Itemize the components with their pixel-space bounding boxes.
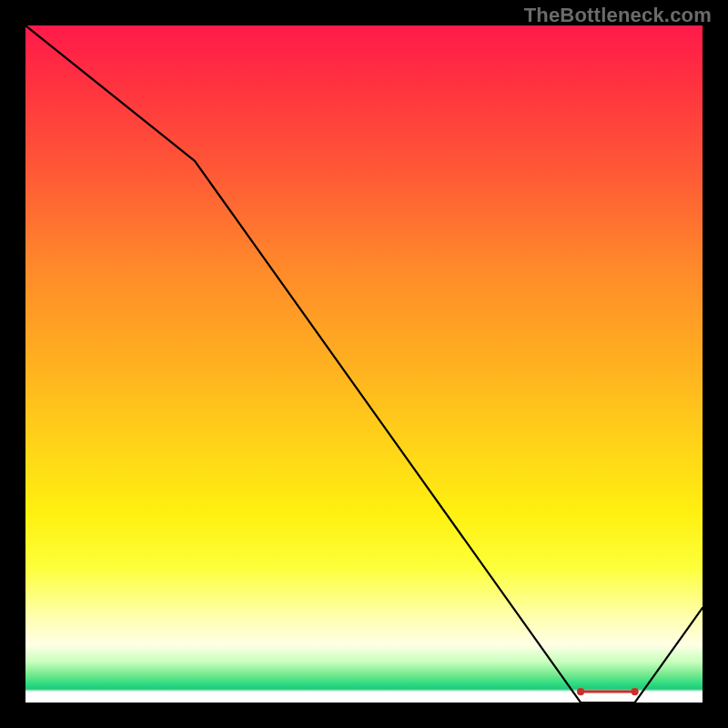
watermark-text: TheBottleneck.com [524, 4, 712, 27]
plot-area [25, 25, 703, 703]
chart-frame: TheBottleneck.com [0, 0, 728, 728]
chart-svg [25, 25, 703, 703]
optimal-range-end-dot [632, 688, 639, 695]
optimal-range-start-dot [577, 688, 584, 695]
bottleneck-curve [25, 25, 703, 703]
